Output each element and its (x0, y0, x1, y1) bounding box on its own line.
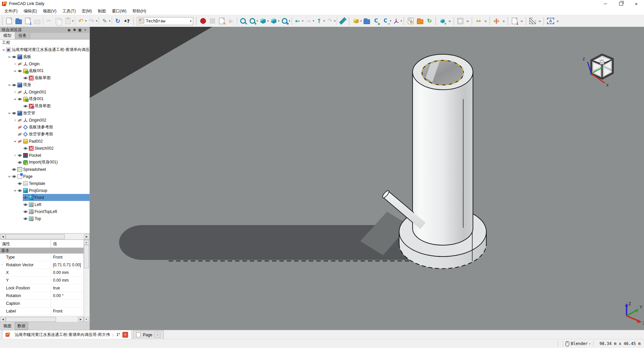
datum-axis-dropdown-icon[interactable]: ▾ (400, 19, 402, 22)
expander-open-icon[interactable] (1, 48, 6, 52)
eye-icon[interactable] (17, 182, 22, 186)
eye-off-icon[interactable] (17, 118, 22, 122)
property-row-rotation[interactable]: Rotation0.00 ° (0, 292, 84, 300)
tree-item-Origin[interactable]: Origin (0, 60, 90, 67)
cut-button[interactable]: ✂ (45, 17, 53, 25)
td-hatch-button[interactable] (528, 17, 537, 25)
nav-forward-dropdown-icon[interactable]: ▾ (313, 19, 314, 22)
eye-icon[interactable] (23, 76, 28, 80)
tree-item-9[interactable]: 放空管 (0, 110, 90, 117)
tree-item-11[interactable]: 底板顶参考面 (0, 124, 90, 131)
properties-vertical-scrollbar[interactable]: ▲ ▼ (84, 240, 90, 322)
new-group-button[interactable] (362, 17, 371, 25)
tree-item-12[interactable]: 放空管参考面 (0, 131, 90, 138)
expander-open-icon[interactable] (7, 175, 11, 178)
td-export-page-button[interactable]: ↓ (510, 17, 519, 25)
tree-item-Import001[interactable]: Import(塔身001) (0, 159, 90, 166)
expander-closed-icon[interactable]: › (1, 263, 2, 266)
nav-forward-button[interactable]: → (304, 17, 313, 25)
eye-icon[interactable] (12, 175, 16, 179)
toolbar-overflow-icon[interactable]: » (467, 19, 469, 23)
toolbar-drag-handle[interactable] (471, 17, 473, 25)
nav-back-dropdown-icon[interactable]: ▾ (302, 19, 303, 22)
value-column-header[interactable]: 值 (51, 240, 59, 248)
property-value[interactable]: true (51, 284, 84, 292)
tree-item-0[interactable]: 汕尾市螺河黄江水系连通工程-黄塘单向调压塔-郑大伟 (0, 46, 90, 53)
expander-open-icon[interactable] (13, 140, 17, 143)
view-cube-select-button[interactable] (269, 17, 278, 25)
eye-icon[interactable] (12, 55, 16, 59)
eye-icon[interactable] (17, 153, 22, 157)
tree-item-FrontTopLeft[interactable]: FrontTopLeft (0, 208, 90, 215)
property-row-label[interactable]: LabelFront (0, 307, 84, 315)
fit-all-button[interactable] (238, 17, 247, 25)
view-up-button[interactable]: ↑ (315, 17, 323, 25)
view-isometric-button[interactable] (259, 17, 267, 25)
toolbar-drag-handle[interactable] (543, 17, 545, 25)
property-row-lock-position[interactable]: Lock Positiontrue (0, 284, 84, 292)
paste-button[interactable] (63, 17, 72, 25)
property-column-header[interactable]: 属性 (0, 240, 51, 248)
toolbar-drag-handle[interactable] (489, 17, 491, 25)
tree-item-Top[interactable]: Top (0, 215, 90, 222)
expander-open-icon[interactable] (13, 97, 17, 101)
eye-icon[interactable] (17, 189, 22, 193)
tree-item-Left[interactable]: Left (0, 201, 90, 208)
view-isometric-dropdown-icon[interactable]: ▾ (267, 19, 269, 22)
restore-button[interactable] (613, 0, 629, 7)
td-clip-group-button[interactable] (456, 17, 465, 25)
menu-item-0[interactable]: 文件(F) (1, 8, 20, 15)
tree-item-Origin002[interactable]: Origin002 (0, 117, 90, 124)
eye-icon[interactable] (23, 203, 28, 207)
eye-icon[interactable] (12, 111, 16, 115)
tree-item-Sketch002[interactable]: Sketch002 (0, 145, 90, 152)
view-rotate-button[interactable]: ↷ (325, 17, 334, 25)
minimize-button[interactable] (598, 0, 613, 7)
menu-item-4[interactable]: 宏(M) (79, 8, 95, 15)
td-insert-view-button[interactable]: + (438, 17, 447, 25)
make-sub-link-dropdown-icon[interactable]: ▾ (390, 19, 391, 22)
workbench-selector[interactable]: TechDraw▾ (137, 17, 193, 25)
td-annotation-button[interactable]: A (546, 17, 555, 25)
redo-dropdown-icon[interactable]: ▾ (96, 19, 97, 22)
refresh-button[interactable]: ↻ (113, 17, 122, 25)
eye-icon[interactable] (17, 69, 22, 73)
measure-button[interactable] (338, 17, 347, 25)
datum-axis-button[interactable] (392, 17, 400, 25)
property-value[interactable]: 0.00 ° (51, 292, 84, 300)
td-update-views-button[interactable]: ↻ (425, 17, 434, 25)
property-value[interactable]: Front (51, 254, 84, 261)
toolbar-drag-handle[interactable] (507, 17, 509, 25)
tree-item-Origin001[interactable]: Origin001 (0, 88, 90, 95)
expander-closed-icon[interactable] (13, 90, 17, 94)
tab-close-icon[interactable]: × (155, 332, 160, 338)
edit-mode-button[interactable]: ✎ (100, 17, 109, 25)
paste-dropdown-icon[interactable]: ▾ (72, 19, 73, 22)
scroll-right-icon[interactable]: ▶ (78, 317, 84, 322)
new-document-button[interactable] (5, 17, 13, 25)
tree-item-ProjGroup[interactable]: ProjGroup (0, 187, 90, 194)
eye-icon[interactable] (17, 97, 22, 101)
tree-item-Pocket[interactable]: Pocket (0, 152, 90, 159)
zoom-tools-dropdown-icon[interactable]: ▾ (289, 19, 290, 22)
eye-icon[interactable] (12, 83, 16, 87)
property-row-x[interactable]: X0.00 mm (0, 269, 84, 277)
td-page-template-button[interactable] (416, 17, 424, 25)
tree-item-Spreadsheet[interactable]: Spreadsheet (0, 166, 90, 173)
nav-style-selector[interactable]: Blender ▾ (566, 341, 591, 346)
part-workbench-button[interactable] (352, 17, 360, 25)
print-button[interactable] (33, 17, 42, 25)
view-cube-select-dropdown-icon[interactable]: ▾ (278, 19, 279, 22)
toolbar-drag-handle[interactable] (453, 17, 455, 25)
tree-item-Template[interactable]: Template (0, 180, 90, 187)
scrollbar-thumb[interactable] (6, 317, 56, 322)
eye-icon[interactable] (23, 104, 28, 108)
redo-button[interactable]: ↷ (87, 17, 96, 25)
tree-item-1[interactable]: 底板 (0, 53, 90, 60)
zoom-box-button[interactable]: ↑ (248, 17, 257, 25)
tower-top-rim[interactable] (413, 54, 473, 90)
nav-back-button[interactable]: ← (293, 17, 302, 25)
expander-closed-icon[interactable] (13, 154, 17, 157)
property-value[interactable]: Front (51, 307, 84, 315)
scroll-up-icon[interactable]: ▲ (84, 240, 89, 245)
